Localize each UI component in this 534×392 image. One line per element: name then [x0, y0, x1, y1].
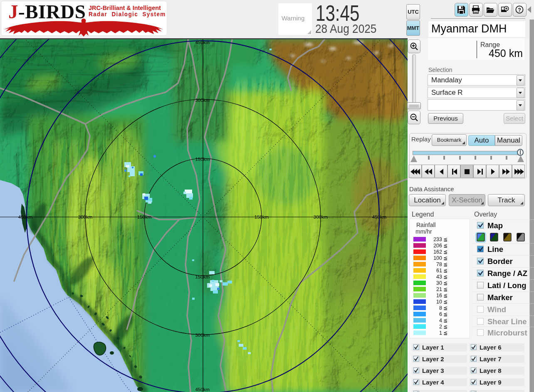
svg-text:150km: 150km — [195, 274, 210, 279]
svg-text:150km: 150km — [137, 214, 152, 219]
svg-text:450km: 450km — [195, 387, 210, 392]
svg-text:?: ? — [518, 7, 521, 13]
svg-text:150km: 150km — [195, 157, 210, 162]
svg-text:300km: 300km — [195, 333, 210, 338]
svg-text:300km: 300km — [314, 214, 328, 219]
svg-text:300km: 300km — [195, 98, 210, 103]
svg-text:450km: 450km — [195, 40, 210, 45]
svg-text:300km: 300km — [78, 214, 93, 219]
svg-text:450km: 450km — [372, 214, 387, 219]
svg-text:450km: 450km — [18, 214, 33, 219]
svg-text:150km: 150km — [255, 214, 269, 219]
